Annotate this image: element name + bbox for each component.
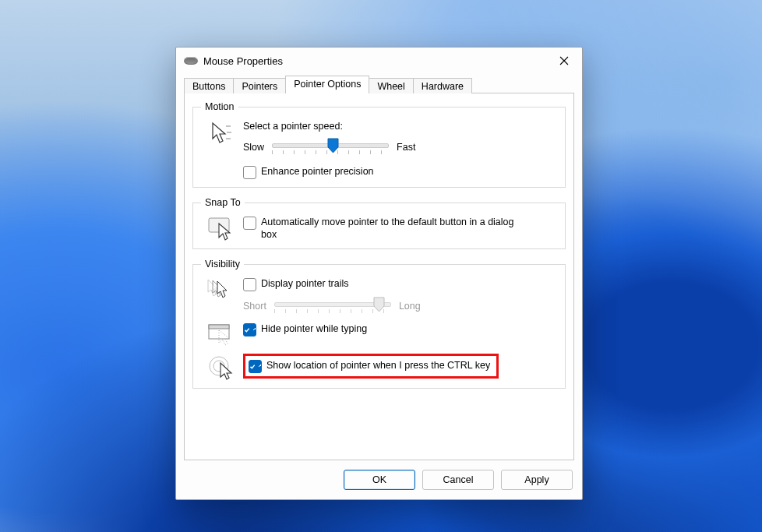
enhance-precision-label: Enhance pointer precision — [261, 165, 374, 178]
group-snap-to: Snap To Automatically move pointer to th… — [192, 197, 566, 249]
hide-typing-checkbox[interactable] — [243, 323, 256, 336]
motion-icon — [201, 120, 243, 148]
enhance-precision-checkbox[interactable] — [243, 166, 256, 179]
group-motion: Motion Select a pointer speed: Slow — [192, 101, 566, 188]
tab-pointer-options[interactable]: Pointer Options — [285, 76, 369, 93]
close-button[interactable] — [546, 48, 582, 74]
tab-pointers[interactable]: Pointers — [233, 78, 286, 94]
snap-to-label: Automatically move pointer to the defaul… — [261, 216, 526, 241]
tab-hardware[interactable]: Hardware — [413, 78, 472, 94]
svg-rect-2 — [209, 325, 229, 329]
window-title: Mouse Properties — [203, 55, 283, 67]
tab-page-pointer-options: Motion Select a pointer speed: Slow — [184, 93, 574, 460]
trails-long-label: Long — [399, 301, 421, 312]
show-ctrl-highlight: Show location of pointer when I press th… — [243, 354, 499, 379]
pointer-trails-label: Display pointer trails — [261, 277, 349, 290]
hide-typing-label: Hide pointer while typing — [261, 322, 367, 335]
group-motion-legend: Motion — [201, 101, 238, 112]
tabs-row: Buttons Pointers Pointer Options Wheel H… — [176, 74, 582, 93]
pointer-trails-slider — [274, 298, 391, 315]
titlebar: Mouse Properties — [176, 48, 582, 74]
speed-slow-label: Slow — [243, 142, 264, 153]
hide-typing-icon — [201, 322, 243, 346]
close-icon — [559, 56, 569, 65]
snap-to-icon — [201, 216, 243, 241]
tab-wheel[interactable]: Wheel — [369, 78, 413, 94]
pointer-trails-checkbox[interactable] — [243, 278, 256, 291]
group-snap-to-legend: Snap To — [201, 197, 245, 208]
ok-button[interactable]: OK — [344, 470, 415, 490]
speed-fast-label: Fast — [397, 142, 415, 153]
cancel-button[interactable]: Cancel — [422, 470, 494, 490]
group-visibility-legend: Visibility — [201, 259, 244, 270]
show-ctrl-icon — [201, 354, 243, 380]
select-pointer-speed-label: Select a pointer speed: — [243, 120, 557, 132]
apply-button[interactable]: Apply — [501, 470, 573, 490]
show-ctrl-checkbox[interactable] — [249, 360, 262, 373]
snap-to-checkbox[interactable] — [243, 217, 256, 230]
mouse-properties-dialog: Mouse Properties Buttons Pointers Pointe… — [175, 47, 583, 500]
trails-short-label: Short — [243, 301, 266, 312]
pointer-trails-icon — [201, 277, 243, 302]
pointer-speed-slider[interactable] — [272, 139, 389, 156]
dialog-button-row: OK Cancel Apply — [176, 465, 582, 499]
group-visibility: Visibility Display pointer trails — [192, 259, 566, 389]
mouse-icon — [184, 57, 198, 65]
show-ctrl-label: Show location of pointer when I press th… — [266, 359, 490, 372]
tab-buttons[interactable]: Buttons — [184, 78, 234, 94]
